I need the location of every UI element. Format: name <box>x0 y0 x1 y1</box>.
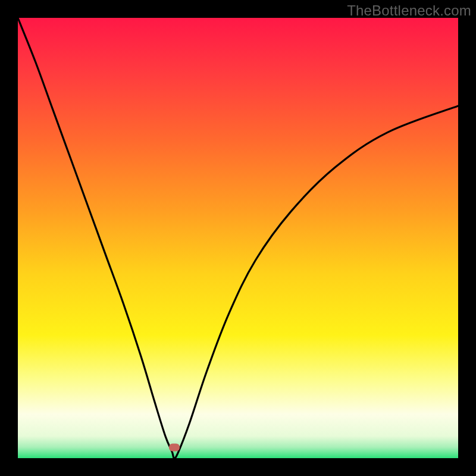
optimal-marker <box>169 443 180 451</box>
bottleneck-curve <box>18 18 458 458</box>
chart-frame: TheBottleneck.com <box>0 0 476 476</box>
plot-area <box>18 18 458 458</box>
watermark-text: TheBottleneck.com <box>347 2 471 19</box>
